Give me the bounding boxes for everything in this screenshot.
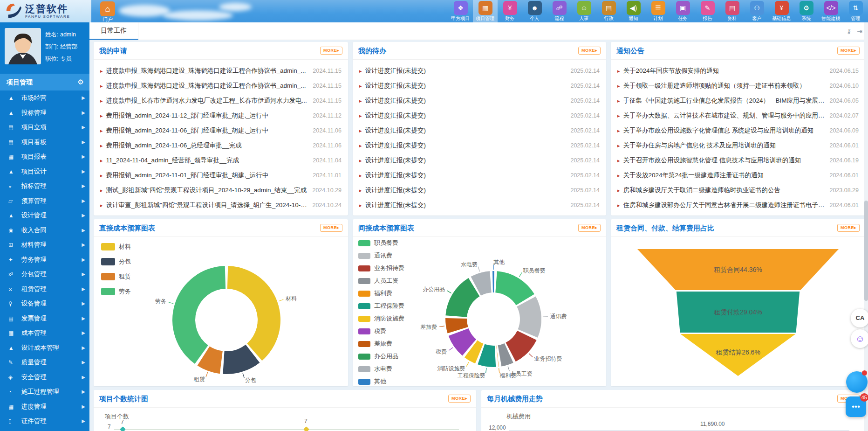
scrollbar-thumb[interactable]: [864, 201, 868, 301]
topnav-item[interactable]: ◀) 通知: [621, 0, 646, 22]
sidebar-item[interactable]: ◔ 施工过程管理 ▶: [0, 384, 89, 399]
notification-bubble-button[interactable]: [846, 371, 868, 393]
data-point-marker[interactable]: [120, 426, 126, 431]
sidebar-item[interactable]: ▤ 项目立项 ▶: [0, 120, 89, 135]
legend-item[interactable]: 租赁: [101, 272, 131, 281]
list-item[interactable]: ▸ 于征集《中国建筑施工行业信息化发展报告（2024）—BIM应用与发展》材料.…: [611, 93, 865, 108]
sidebar-item[interactable]: ▲ 项目设计 ▶: [0, 164, 89, 179]
list-item[interactable]: ▸ 费用报销_admin_2024-11-01_部门经理审批_胡建,_运行中 2…: [94, 168, 348, 183]
list-item[interactable]: ▸ 设计进度汇报(未提交) 2025.02.14: [353, 108, 606, 123]
chat-button[interactable]: ••• 45: [846, 396, 866, 417]
list-item[interactable]: ▸ 关于2024年国庆节放假安排的通知 2024.06.15: [611, 63, 865, 78]
list-item[interactable]: ▸ 费用报销_admin_2024-11-12_部门经理审批_胡建,_运行中 2…: [94, 108, 348, 123]
topnav-item[interactable]: ▣ 任务: [670, 0, 695, 22]
list-item[interactable]: ▸ 设计进度汇报(未提交) 2025.02.14: [353, 63, 606, 78]
list-item[interactable]: ▸ 关于举办市政公用设施数字化管理信息 系统建设与应用培训班的通知 2024.0…: [611, 123, 865, 138]
list-item[interactable]: ▸ 进度款申报_珠海鹤港口建设_珠海鹤港口建设工程合作协议书_admin_...…: [94, 63, 348, 78]
assistant-emoji-button[interactable]: ☺: [851, 329, 868, 348]
list-item[interactable]: ▸ 住房和城乡建设部办公厅关于同意吉林省开展二级建造师注册证书电子化试点... …: [611, 198, 865, 213]
tab-daily-work[interactable]: 日常工作: [89, 22, 138, 40]
list-item[interactable]: ▸ 设计进度汇报(未提交) 2025.02.14: [353, 168, 606, 183]
topnav-item[interactable]: ☰ 计划: [646, 0, 670, 22]
more-button[interactable]: MORE▸: [578, 224, 601, 232]
topnav-item[interactable]: ¥ 财务: [498, 0, 522, 22]
topnav-item[interactable]: ✎ 报告: [695, 0, 720, 22]
sidebar-item[interactable]: ▲ 投标管理 ▶: [0, 105, 89, 120]
list-item[interactable]: ▸ 设计进度汇报(未提交) 2025.02.14: [353, 78, 606, 93]
sidebar-item[interactable]: ◈ 安全管理 ▶: [0, 370, 89, 385]
sidebar-item[interactable]: ▦ 成本管理 ▶: [0, 326, 89, 341]
data-point-marker[interactable]: [303, 426, 309, 431]
list-item[interactable]: ▸ 进度款申报_珠海鹤港口建设_珠海鹤港口建设工程合作协议书_admin_...…: [94, 78, 348, 93]
sidebar-item[interactable]: ▯ 证件管理 ▶: [0, 414, 89, 429]
list-item[interactable]: ▸ 测试_彭祖新城"四馆"景观工程设计项目_2024-10-29_admin_结…: [94, 183, 348, 198]
more-button[interactable]: MORE▸: [320, 47, 342, 55]
ca-certificate-button[interactable]: CA: [851, 309, 868, 327]
legend-item[interactable]: 职员餐费: [358, 239, 404, 247]
legend-item[interactable]: 差旅费: [358, 340, 404, 348]
sidebar-item[interactable]: x² 分包管理 ▶: [0, 267, 89, 282]
topnav-item[interactable]: ☺ 人事: [572, 0, 596, 22]
legend-item[interactable]: 水电费: [358, 365, 404, 373]
list-item[interactable]: ▸ 关于领取一级注册建造师增项贴的通知（须持一建证书前来领取） 2024.06.…: [611, 78, 865, 93]
topnav-item[interactable]: </> 智能建模: [819, 0, 843, 22]
list-item[interactable]: ▸ 设计进度汇报(未提交) 2025.02.14: [353, 138, 606, 153]
sidebar-section-header[interactable]: 项目管理 ⚙: [0, 74, 89, 90]
list-item[interactable]: ▸ 关于举办住房与房地产信息化 技术及应用培训班的通知 2024.06.01: [611, 138, 865, 153]
list-item[interactable]: ▸ 费用报销_admin_2024-11-06_部门经理审批_胡建,_运行中 2…: [94, 123, 348, 138]
legend-item[interactable]: 人员工资: [358, 277, 404, 285]
sidebar-item[interactable]: ✎ 质量管理 ▶: [0, 355, 89, 370]
topnav-item[interactable]: ❖ 甲方项目: [448, 0, 473, 22]
list-item[interactable]: ▸ 关于发放2024年第24批一级建造师注册证书的通知 2024.06.01: [611, 168, 865, 183]
collapse-icon[interactable]: ⇥: [857, 28, 862, 35]
list-item[interactable]: ▸ 房和城乡建设厅关于取消二级建造师临时执业证书的公告 2023.08.29: [611, 183, 865, 198]
topnav-item[interactable]: ▤ 行政: [596, 0, 621, 22]
monthly-machine-chart[interactable]: 机械费用 12,000 11,690.00: [481, 408, 865, 431]
more-button[interactable]: MORE▸: [320, 224, 342, 232]
sidebar-item[interactable]: ▲ 设计管理 ▶: [0, 208, 89, 223]
more-button[interactable]: MORE▸: [837, 224, 860, 232]
direct-cost-donut-chart[interactable]: 材料分包租赁劳务: [94, 237, 348, 385]
sidebar-item[interactable]: ◒ 招标管理 ▶: [0, 179, 89, 194]
topnav-item[interactable]: ▦ 项目管理: [473, 0, 498, 22]
topnav-item[interactable]: ⚙ 系统: [794, 0, 819, 22]
sidebar-item[interactable]: ▤ 发票管理 ▶: [0, 311, 89, 326]
sidebar-item[interactable]: ✦ 劳务管理 ▶: [0, 252, 89, 267]
list-item[interactable]: ▸ 设计进度汇报(未提交) 2025.02.14: [353, 153, 606, 168]
list-item[interactable]: ▸ 设计进度汇报(未提交) 2025.02.14: [353, 123, 606, 138]
legend-item[interactable]: 分包: [101, 257, 131, 266]
topnav-item[interactable]: ☍ 流程: [547, 0, 572, 22]
sidebar-item[interactable]: ⧖ 租赁管理 ▶: [0, 282, 89, 297]
topnav-item[interactable]: ☻ 个人: [522, 0, 547, 22]
more-button[interactable]: MORE▸: [578, 47, 601, 55]
sidebar-item[interactable]: ▲ 设计成本管理 ▶: [0, 341, 89, 355]
sidebar-item[interactable]: ◉ 收入合同 ▶: [0, 223, 89, 238]
topnav-item[interactable]: ▤ 资料: [720, 0, 745, 22]
legend-item[interactable]: 工程保险费: [358, 302, 404, 310]
gear-icon[interactable]: ⚙: [78, 74, 84, 90]
lease-funnel-chart[interactable]: 租赁合同44.36% 租赁付款29.04% 租赁结算26.6%: [637, 249, 839, 376]
sidebar-item[interactable]: ▲ 市场经营 ▶: [0, 90, 89, 105]
list-item[interactable]: ▸ 关于举办大数据、云计算技术在城市建设、规划、管理与服务中的应用培训班... …: [611, 108, 865, 123]
vertical-scrollbar[interactable]: [864, 22, 868, 431]
sidebar-item[interactable]: ⚲ 设备管理 ▶: [0, 296, 89, 311]
list-item[interactable]: ▸ 设计进度汇报(未提交) 2025.02.14: [353, 183, 606, 198]
legend-item[interactable]: 劳务: [101, 287, 131, 296]
topnav-item[interactable]: ⚇ 客户: [745, 0, 769, 22]
list-item[interactable]: ▸ 设计进度汇报(未提交) 2025.02.14: [353, 93, 606, 108]
list-item[interactable]: ▸ 费用报销_admin_2024-11-06_总经理审批__完成 2024.1…: [94, 138, 348, 153]
sidebar-item[interactable]: ▦ 进度管理 ▶: [0, 399, 89, 414]
more-button[interactable]: MORE▸: [837, 47, 860, 55]
sidebar-item[interactable]: ⊞ 材料管理 ▶: [0, 237, 89, 252]
legend-item[interactable]: 税费: [358, 327, 404, 335]
list-item[interactable]: ▸ 设计审查_彭祖新城"四馆"景观工程设计项目_请选择_胡广生_2024-10-…: [94, 198, 348, 213]
legend-item[interactable]: 办公用品: [358, 352, 404, 361]
list-item[interactable]: ▸ 11_2024-11-04_admin_经营部_领导审批__完成 2024.…: [94, 153, 348, 168]
more-button[interactable]: MORE▸: [448, 395, 471, 403]
legend-item[interactable]: 其他: [358, 377, 404, 386]
list-item[interactable]: ▸ 关于召开市政公用设施智慧化管理 信息技术与应用培训班的通知 2024.06.…: [611, 153, 865, 168]
legend-item[interactable]: 福利费: [358, 289, 404, 298]
legend-item[interactable]: 材料: [101, 243, 131, 251]
list-item[interactable]: ▸ 进度款申报_长春市伊通河水力发电厂改建工程_长春市伊通河水力发电... 20…: [94, 93, 348, 108]
list-item[interactable]: ▸ 设计进度汇报(未提交) 2025.02.14: [353, 198, 606, 213]
